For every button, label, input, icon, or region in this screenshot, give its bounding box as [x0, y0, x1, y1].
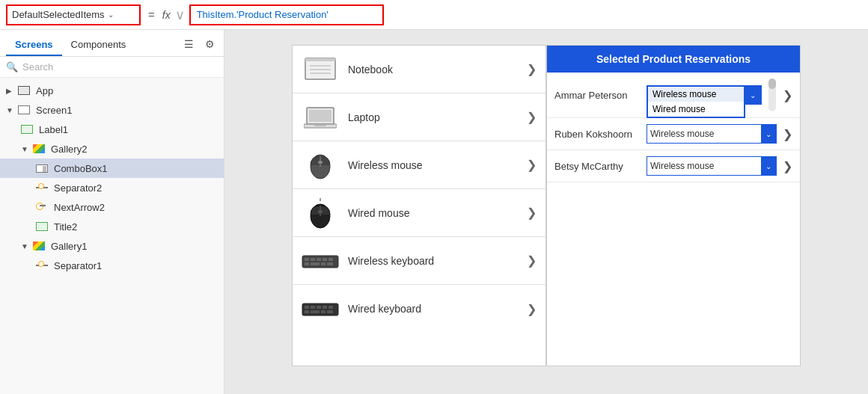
formula-bar: fx ∨ ThisItem.'Product Reservation' [162, 4, 862, 25]
expand-screen1-icon: ▼ [6, 106, 15, 114]
tab-components[interactable]: Components [62, 34, 135, 56]
top-bar: DefaultSelectedItems ⌄ = fx ∨ ThisItem.'… [0, 0, 868, 30]
combo-scroll-indicator [768, 79, 777, 111]
product-item-wired-mouse[interactable]: Wired mouse ❯ [293, 189, 545, 237]
tree-item-separator2[interactable]: Separator2 [0, 178, 224, 197]
reservation-row-ammar: Ammar Peterson Wireless mouse ⌄ Wireless… [547, 73, 800, 118]
grid-view-icon[interactable]: ⚙ [201, 36, 218, 52]
dropdown-label: DefaultSelectedItems [12, 9, 105, 20]
svg-rect-21 [305, 262, 309, 265]
svg-rect-17 [311, 258, 315, 261]
betsy-next-arrow-icon[interactable]: ❯ [783, 159, 792, 173]
combo-ruben-chevron-icon[interactable]: ⌄ [761, 125, 776, 143]
scroll-thumb[interactable] [768, 79, 776, 89]
svg-rect-0 [305, 58, 335, 79]
svg-rect-6 [309, 110, 331, 122]
svg-rect-34 [327, 310, 333, 313]
wireless-mouse-icon [302, 150, 339, 180]
combo-option-wired-mouse[interactable]: Wired mouse [648, 102, 744, 117]
product-item-notebook[interactable]: Notebook ❯ [293, 46, 545, 93]
reservation-name-ruben: Ruben Kokshoorn [554, 129, 641, 140]
tree-item-separator1-label: Separator1 [54, 260, 102, 271]
combobox-betsy[interactable]: Wireless mouse ⌄ [647, 156, 777, 176]
tree-item-app[interactable]: ▶ App [0, 81, 224, 100]
wired-keyboard-icon [302, 294, 339, 324]
svg-rect-27 [311, 306, 315, 309]
left-panel: Screens Components ☰ ⚙ 🔍 Search ▶ App [0, 30, 224, 394]
svg-rect-32 [311, 310, 320, 313]
canvas-area: Notebook ❯ Laptop ❯ [224, 30, 868, 394]
wired-mouse-icon [302, 198, 339, 228]
tree-item-label1[interactable]: Label1 [0, 120, 224, 139]
tree-item-combobox1-label: ComboBox1 [54, 163, 108, 174]
ruben-next-arrow-icon[interactable]: ❯ [783, 127, 792, 141]
wired-keyboard-arrow-icon: ❯ [527, 302, 537, 316]
expand-gallery1-icon: ▼ [21, 242, 30, 250]
scroll-track [768, 79, 776, 111]
combobox-icon [36, 164, 48, 173]
combo-option-wireless-mouse[interactable]: Wireless mouse [648, 87, 744, 102]
product-item-laptop[interactable]: Laptop ❯ [293, 93, 545, 141]
formula-value: ThisItem.'Product Reservation' [197, 9, 328, 20]
svg-rect-1 [305, 58, 335, 61]
tree-item-app-label: App [36, 85, 53, 96]
tab-screens[interactable]: Screens [6, 34, 62, 56]
combo-ruben-value: Wireless mouse [650, 129, 761, 139]
label-icon [21, 125, 33, 134]
tree-item-title2[interactable]: Title2 [0, 217, 224, 236]
tree-view-icon[interactable]: ☰ [180, 36, 197, 52]
tab-icons: ☰ ⚙ [180, 36, 218, 55]
svg-rect-31 [305, 310, 309, 313]
tree-item-nextarrow2-label: NextArrow2 [54, 202, 105, 213]
combobox-ruben[interactable]: Wireless mouse ⌄ [647, 124, 777, 144]
gallery2-icon [33, 144, 45, 153]
svg-rect-28 [317, 306, 321, 309]
tree-item-combobox1[interactable]: ComboBox1 [0, 158, 224, 178]
product-name-wireless-keyboard: Wireless keyboard [348, 255, 518, 267]
svg-rect-23 [321, 262, 326, 265]
svg-point-11 [318, 161, 323, 164]
equals-sign: = [145, 8, 158, 21]
tabs-row: Screens Components ☰ ⚙ [0, 30, 224, 57]
reservation-name-ammar: Ammar Peterson [554, 90, 641, 101]
reservation-row-betsy: Betsy McCarthy Wireless mouse ⌄ ❯ [547, 150, 800, 182]
product-name-wireless-mouse: Wireless mouse [348, 159, 518, 171]
tree-item-nextarrow2[interactable]: NextArrow2 [0, 197, 224, 217]
panels-container: Notebook ❯ Laptop ❯ [292, 45, 801, 366]
product-item-wired-keyboard[interactable]: Wired keyboard ❯ [293, 285, 545, 333]
screen-icon [18, 105, 30, 114]
tree-item-gallery1[interactable]: ▼ Gallery1 [0, 236, 224, 256]
combo-expanded-wrapper: Wireless mouse ⌄ Wireless mouse Wired mo… [647, 85, 762, 105]
laptop-arrow-icon: ❯ [527, 110, 537, 124]
formula-input[interactable]: ThisItem.'Product Reservation' [189, 4, 384, 25]
separator1-icon [36, 260, 48, 271]
fx-icon: fx [162, 9, 171, 21]
laptop-icon [302, 102, 339, 132]
product-panel: Notebook ❯ Laptop ❯ [292, 45, 546, 366]
combo-ammar-chevron-icon[interactable]: ⌄ [745, 87, 760, 103]
svg-rect-25 [302, 304, 338, 315]
combo-ammar-dropdown: Wireless mouse Wired mouse [647, 85, 745, 118]
tree-item-gallery2[interactable]: ▼ Gallery2 [0, 139, 224, 158]
reservation-row-ruben: Ruben Kokshoorn Wireless mouse ⌄ ❯ [547, 118, 800, 150]
svg-rect-15 [302, 256, 338, 268]
ammar-next-arrow-icon[interactable]: ❯ [783, 88, 792, 102]
separator2-icon [36, 182, 48, 193]
reservations-header: Selected Product Reservations [547, 46, 800, 73]
tree-item-gallery2-label: Gallery2 [51, 144, 87, 155]
tree-item-screen1[interactable]: ▼ Screen1 [0, 100, 224, 120]
tree-item-separator1[interactable]: Separator1 [0, 256, 224, 275]
product-item-wireless-mouse[interactable]: Wireless mouse ❯ [293, 141, 545, 189]
svg-rect-16 [305, 258, 309, 261]
combo-betsy-chevron-icon[interactable]: ⌄ [761, 157, 776, 175]
product-name-notebook: Notebook [348, 64, 518, 76]
nextarrow2-icon [36, 202, 48, 212]
svg-point-14 [318, 210, 323, 213]
wireless-keyboard-icon [302, 246, 339, 276]
product-item-wireless-keyboard[interactable]: Wireless keyboard ❯ [293, 237, 545, 285]
svg-rect-8 [314, 125, 326, 126]
reservations-panel: Selected Product Reservations Ammar Pete… [546, 45, 801, 366]
property-dropdown[interactable]: DefaultSelectedItems ⌄ [6, 4, 141, 25]
svg-rect-24 [327, 262, 333, 265]
tree-item-title2-label: Title2 [54, 221, 77, 233]
